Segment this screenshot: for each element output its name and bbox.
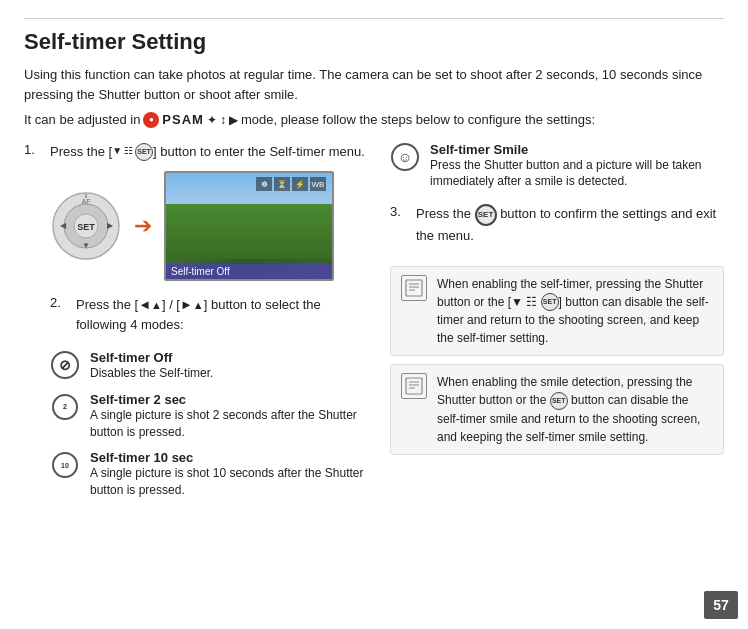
camera-flash-icon: ⚡ bbox=[292, 177, 308, 191]
bullet-10sec-text: Self-timer 10 sec A single picture is sh… bbox=[90, 450, 374, 499]
note-icon-1 bbox=[401, 275, 427, 301]
bullet-10sec-desc: A single picture is shot 10 seconds afte… bbox=[90, 466, 364, 497]
camera-mode-icon: ☸ bbox=[256, 177, 272, 191]
intro2-before: It can be adjusted in bbox=[24, 110, 140, 130]
bullet-2sec-desc: A single picture is shot 2 seconds after… bbox=[90, 408, 357, 439]
step-3: 3. Press the SET button to confirm the s… bbox=[390, 204, 724, 252]
camera-screen: ☸ ⏳ ⚡ WB Self-timer Off bbox=[164, 171, 334, 281]
left-column: 1. Press the [ ▼ ☷ SET ] button to enter… bbox=[24, 142, 374, 520]
step-3-number: 3. bbox=[390, 204, 408, 252]
bullet-item-off: ⊘ Self-timer Off Disables the Self-timer… bbox=[50, 350, 374, 382]
page-number: 57 bbox=[704, 591, 738, 619]
svg-text:◀: ◀ bbox=[60, 221, 67, 230]
timer-10sec-circle: 10 bbox=[52, 452, 78, 478]
svg-text:▼: ▼ bbox=[82, 241, 90, 250]
step-1-number: 1. bbox=[24, 142, 42, 510]
svg-text:▶: ▶ bbox=[107, 221, 114, 230]
camera-screen-inner: ☸ ⏳ ⚡ WB Self-timer Off bbox=[166, 173, 332, 279]
grid-icon: ☷ bbox=[124, 143, 133, 161]
svg-text:SET: SET bbox=[77, 222, 95, 232]
bullet-2sec-text: Self-timer 2 sec A single picture is sho… bbox=[90, 392, 374, 441]
step-1-content: Press the [ ▼ ☷ SET ] button to enter th… bbox=[50, 142, 374, 510]
down-arrow-icon: ▼ bbox=[112, 143, 122, 161]
note-box-2: When enabling the smile detection, press… bbox=[390, 364, 724, 455]
step-2-number: 2. bbox=[50, 295, 68, 340]
note-2-text: When enabling the smile detection, press… bbox=[437, 373, 713, 446]
bullet-off-desc: Disables the Self-timer. bbox=[90, 366, 213, 380]
bullet-10sec-title: Self-timer 10 sec bbox=[90, 450, 374, 465]
step-2-text: Press the [◄▲] / [►▲] button to select t… bbox=[76, 295, 374, 334]
bullet-2sec-title: Self-timer 2 sec bbox=[90, 392, 374, 407]
set-button-icon: SET bbox=[475, 204, 497, 226]
star-icon: ✦ bbox=[207, 111, 217, 129]
intro2-after: mode, please follow the steps below to c… bbox=[241, 110, 595, 130]
note-1-text: When enabling the self-timer, pressing t… bbox=[437, 275, 713, 348]
note-svg-2 bbox=[405, 377, 423, 395]
dial-svg: SET AF ▼ ▶ ◀ bbox=[50, 190, 122, 262]
step-1: 1. Press the [ ▼ ☷ SET ] button to enter… bbox=[24, 142, 374, 510]
svg-rect-13 bbox=[406, 378, 422, 394]
camera-wb-icon: WB bbox=[310, 177, 326, 191]
note-icon-2 bbox=[401, 373, 427, 399]
set-icon: SET bbox=[135, 143, 153, 161]
svg-rect-9 bbox=[406, 280, 422, 296]
psam-label: PSAM bbox=[162, 110, 204, 130]
bullet-item-smile: ☺ Self-timer Smile Press the Shutter but… bbox=[390, 142, 724, 191]
timer-2sec-icon: 2 bbox=[50, 392, 80, 422]
step-3-content: Press the SET button to confirm the sett… bbox=[416, 204, 724, 252]
mode-bullet-list: ⊘ Self-timer Off Disables the Self-timer… bbox=[50, 350, 374, 499]
step-1-text: Press the [ ▼ ☷ SET ] button to enter th… bbox=[50, 142, 374, 162]
smile-circle: ☺ bbox=[391, 143, 419, 171]
camera-top-icons: ☸ ⏳ ⚡ WB bbox=[256, 177, 326, 191]
note-box-1: When enabling the self-timer, pressing t… bbox=[390, 266, 724, 357]
camera-timer-icon: ⏳ bbox=[274, 177, 290, 191]
timer-off-circle: ⊘ bbox=[51, 351, 79, 379]
bullet-smile-desc: Press the Shutter button and a picture w… bbox=[430, 158, 702, 189]
self-timer-label: Self-timer Off bbox=[166, 264, 332, 279]
bullet-item-10sec: 10 Self-timer 10 sec A single picture is… bbox=[50, 450, 374, 499]
top-divider bbox=[24, 18, 724, 19]
movie-icon2: ▶ bbox=[229, 111, 238, 129]
camera-illustration: SET AF ▼ ▶ ◀ ➔ bbox=[50, 171, 374, 281]
timer-10sec-icon: 10 bbox=[50, 450, 80, 480]
page-content: Self-timer Setting Using this function c… bbox=[0, 0, 748, 549]
timer-off-icon: ⊘ bbox=[50, 350, 80, 380]
timer-smile-icon: ☺ bbox=[390, 142, 420, 172]
timer-2sec-circle: 2 bbox=[52, 394, 78, 420]
intro-paragraph-2: It can be adjusted in ● PSAM ✦ ↕ ▶ mode,… bbox=[24, 110, 724, 130]
movie-mode-icon: ● bbox=[143, 112, 159, 128]
page-title: Self-timer Setting bbox=[24, 29, 724, 55]
tree-area bbox=[166, 204, 332, 259]
two-column-layout: 1. Press the [ ▼ ☷ SET ] button to enter… bbox=[24, 142, 724, 520]
right-arrow-icon: ➔ bbox=[134, 213, 152, 239]
smile-bullet-list: ☺ Self-timer Smile Press the Shutter but… bbox=[390, 142, 724, 191]
step-2: 2. Press the [◄▲] / [►▲] button to selec… bbox=[50, 295, 374, 340]
step-3-text: Press the SET button to confirm the sett… bbox=[416, 204, 724, 246]
step-2-content: Press the [◄▲] / [►▲] button to select t… bbox=[76, 295, 374, 340]
bullet-off-text: Self-timer Off Disables the Self-timer. bbox=[90, 350, 374, 382]
bullet-off-title: Self-timer Off bbox=[90, 350, 374, 365]
svg-text:AF: AF bbox=[82, 198, 91, 205]
note-svg-1 bbox=[405, 279, 423, 297]
right-column: ☺ Self-timer Smile Press the Shutter but… bbox=[390, 142, 724, 520]
bullet-item-2sec: 2 Self-timer 2 sec A single picture is s… bbox=[50, 392, 374, 441]
bullet-smile-title: Self-timer Smile bbox=[430, 142, 724, 157]
arrow-icon: ↕ bbox=[220, 111, 226, 129]
intro-paragraph-1: Using this function can take photos at r… bbox=[24, 65, 724, 104]
bullet-smile-text: Self-timer Smile Press the Shutter butto… bbox=[430, 142, 724, 191]
